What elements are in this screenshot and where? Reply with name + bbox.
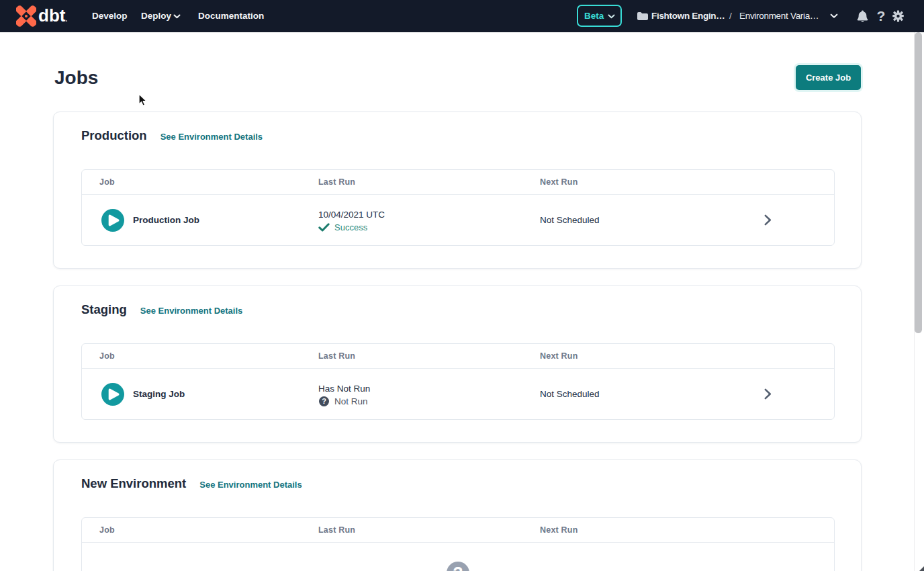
svg-text:?: ? <box>322 397 326 405</box>
svg-text:?: ? <box>453 564 463 571</box>
